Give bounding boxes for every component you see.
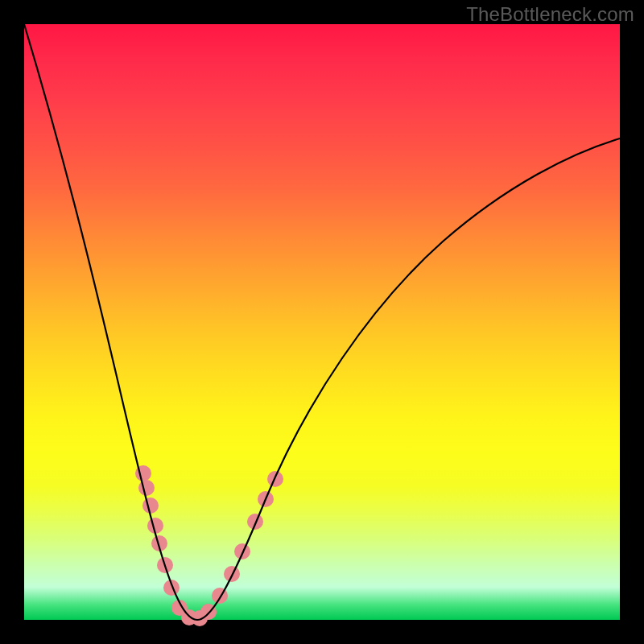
bottleneck-curve xyxy=(24,24,620,620)
marker-layer xyxy=(135,465,283,626)
data-marker xyxy=(142,497,159,514)
data-marker xyxy=(247,514,263,530)
watermark-text: TheBottleneck.com xyxy=(466,3,634,26)
data-marker xyxy=(234,543,250,559)
chart-svg xyxy=(24,24,620,620)
data-marker xyxy=(138,480,155,496)
chart-frame: TheBottleneck.com xyxy=(0,0,644,644)
plot-area xyxy=(24,24,620,620)
